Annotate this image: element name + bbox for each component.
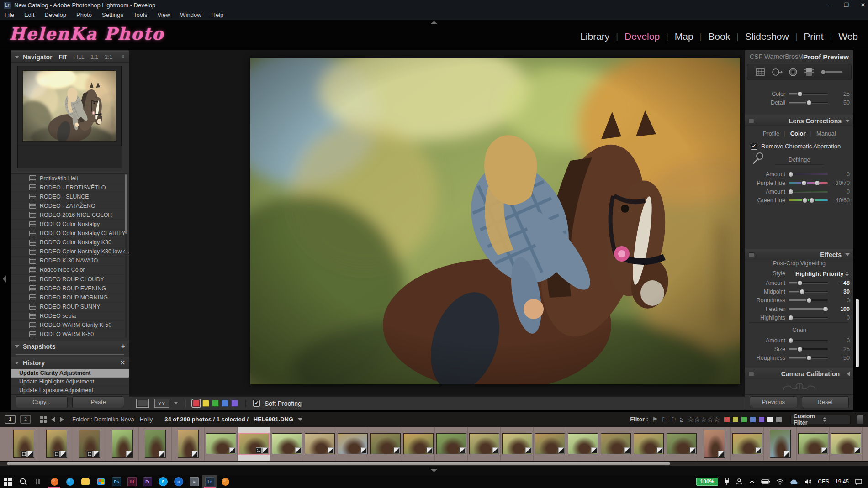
preset-item[interactable]: RODEO - SLUNCE — [11, 192, 129, 201]
label-swatch[interactable] — [222, 400, 228, 407]
label-swatch[interactable] — [231, 400, 238, 407]
lens-corrections-header[interactable]: Lens Corrections — [745, 115, 853, 126]
battery-icon[interactable] — [761, 479, 770, 484]
menu-photo[interactable]: Photo — [76, 11, 92, 18]
filmstrip-thumb[interactable] — [402, 427, 435, 461]
slider-handle[interactable] — [788, 315, 794, 320]
spot-removal-icon[interactable] — [771, 68, 783, 77]
slider-track[interactable] — [789, 340, 828, 341]
reset-button[interactable]: Reset — [802, 396, 849, 408]
slider-track[interactable] — [789, 357, 828, 358]
people-icon[interactable] — [736, 478, 743, 485]
premiere-icon[interactable]: Pr — [140, 475, 155, 488]
slider-handle[interactable] — [823, 306, 828, 312]
previous-photo-arrow[interactable] — [51, 417, 55, 422]
filmstrip-thumb[interactable] — [566, 427, 599, 461]
preset-item[interactable]: RODEO ROUP MORNING — [11, 293, 129, 302]
filter-color-swatch[interactable] — [741, 416, 747, 423]
filmstrip-thumb[interactable] — [468, 427, 501, 461]
preset-item[interactable]: RODEO 2016 NICE COLOR — [11, 210, 129, 220]
preset-item[interactable]: RODEO ROUP SUNNY — [11, 302, 129, 311]
panel-switch-icon[interactable] — [749, 372, 754, 376]
zoom-fit[interactable]: FIT — [59, 54, 67, 60]
microsoft-store-icon[interactable] — [93, 475, 109, 488]
add-snapshot-button[interactable]: + — [121, 342, 125, 351]
flag-unflagged-icon[interactable]: ⚐ — [661, 416, 667, 423]
clock[interactable]: 19:45 — [835, 478, 849, 485]
menu-view[interactable]: View — [157, 11, 170, 18]
lightroom-icon[interactable]: Lr — [202, 475, 217, 488]
grid-overlay-icon[interactable] — [755, 68, 766, 77]
filmstrip-thumb[interactable] — [172, 427, 205, 461]
lens-tab-profile[interactable]: Profile — [762, 130, 779, 137]
menu-develop[interactable]: Develop — [44, 11, 66, 18]
next-photo-arrow[interactable] — [60, 417, 64, 422]
module-tab-print[interactable]: Print — [804, 31, 823, 42]
adjustment-brush-icon[interactable] — [820, 68, 844, 77]
zoom-1-1[interactable]: 1:1 — [91, 54, 99, 60]
label-swatch[interactable] — [193, 400, 200, 407]
close-icon[interactable]: ✕ — [861, 2, 865, 8]
rating-operator[interactable]: ≥ — [680, 416, 684, 423]
graduated-filter-icon[interactable] — [804, 68, 815, 77]
filter-color-swatch[interactable] — [732, 416, 739, 423]
action-center-icon[interactable] — [855, 478, 863, 485]
skype-icon[interactable]: S — [155, 475, 171, 488]
view-mode-caret-icon[interactable] — [174, 402, 178, 404]
filter-color-swatch[interactable] — [724, 416, 730, 423]
folder-breadcrumb[interactable]: Folder : Dominika Nova - Holly — [72, 416, 153, 423]
star-icon[interactable]: ☆ — [687, 415, 693, 423]
start-icon[interactable] — [0, 475, 16, 488]
filmstrip-thumb[interactable] — [73, 427, 106, 461]
slider-handle[interactable] — [806, 298, 812, 303]
filmstrip-thumb[interactable] — [336, 427, 369, 461]
right-panel-scrollbar[interactable] — [856, 299, 859, 367]
selection-info[interactable]: 34 of 209 photos / 1 selected / _HEL6991… — [164, 416, 293, 423]
filmstrip-thumb[interactable] — [369, 427, 402, 461]
filmstrip-scrollbar-track[interactable] — [0, 462, 868, 466]
menu-edit[interactable]: Edit — [24, 11, 34, 18]
slider-handle[interactable] — [797, 91, 803, 97]
mail-icon[interactable]: o — [171, 475, 186, 488]
style-dropdown[interactable]: Highlight Priority — [795, 270, 849, 277]
wifi-icon[interactable] — [776, 479, 784, 485]
module-tab-book[interactable]: Book — [708, 31, 730, 42]
filmstrip-thumb[interactable] — [303, 427, 336, 461]
filmstrip-thumb[interactable] — [106, 427, 139, 461]
slider-handle[interactable] — [797, 346, 803, 352]
preset-item[interactable]: RODEO Color Nostalgy CLARITY — [11, 229, 129, 238]
preset-item[interactable]: RODEO WARM K-50 — [11, 330, 129, 339]
bottom-panel-collapse-arrow[interactable] — [430, 469, 438, 472]
slider-track[interactable] — [789, 102, 828, 103]
slider-track[interactable] — [789, 182, 828, 184]
zoom-2-1[interactable]: 2:1 — [105, 54, 112, 60]
navigator-header[interactable]: Navigator FIT FILL 1:1 2:1 ⇕ — [11, 51, 129, 63]
panel-switch-icon[interactable] — [749, 252, 754, 257]
filmstrip-thumb[interactable] — [205, 427, 238, 461]
preset-item[interactable]: RODEO ROUP CLOUDY — [11, 275, 129, 284]
filmstrip-thumb[interactable] — [830, 427, 863, 461]
task-view-icon[interactable] — [31, 475, 47, 488]
preset-item[interactable]: RODEO Color Nostalgy K30 — [11, 238, 129, 247]
filter-color-swatch[interactable] — [767, 416, 773, 423]
slider-handle[interactable] — [806, 355, 812, 361]
effects-header[interactable]: Effects — [745, 249, 853, 260]
restore-icon[interactable]: ❐ — [844, 2, 849, 8]
zoom-options-caret-icon[interactable]: ⇕ — [122, 54, 125, 59]
chevron-up-icon[interactable] — [749, 479, 755, 484]
left-panel-collapse-arrow[interactable] — [3, 275, 6, 283]
filter-color-swatch[interactable] — [776, 416, 782, 423]
notes-icon[interactable]: ≡ — [186, 475, 202, 488]
slider-track[interactable] — [789, 191, 828, 192]
module-tab-map[interactable]: Map — [675, 31, 693, 42]
slider-handle[interactable] — [797, 280, 803, 286]
search-icon[interactable] — [16, 475, 31, 488]
lens-tab-color[interactable]: Color — [790, 130, 806, 137]
history-item[interactable]: Update Clarity Adjustment — [11, 369, 129, 378]
filmstrip-thumb[interactable] — [238, 427, 270, 461]
plug-icon[interactable] — [724, 478, 730, 485]
photoshop-icon[interactable]: Ps — [109, 475, 124, 488]
copy-button[interactable]: Copy... — [16, 396, 68, 408]
slider-handle[interactable] — [815, 180, 820, 186]
slider-track[interactable] — [789, 348, 828, 350]
